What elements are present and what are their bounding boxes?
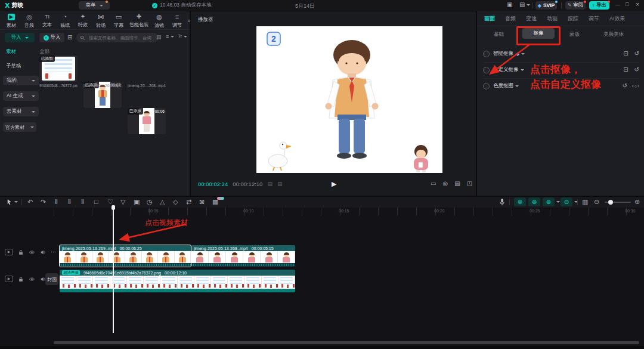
- subtab-keying[interactable]: 抠像: [522, 28, 555, 39]
- window-maximize-button[interactable]: □: [626, 2, 628, 7]
- record-voiceover-button[interactable]: [499, 198, 506, 206]
- grid-view-icon[interactable]: ⊞: [67, 35, 72, 41]
- toolbar-tab-caption[interactable]: ▭ 字幕: [110, 14, 128, 29]
- toolbar-tab-audio[interactable]: ◎ 音频: [20, 14, 38, 29]
- toolbar-tab-sticker[interactable]: ◔ 贴纸: [56, 14, 74, 29]
- import-dropdown[interactable]: 导入: [5, 33, 35, 42]
- timeline-zoom-in-icon[interactable]: ⊕: [634, 199, 640, 205]
- keyframe-icon[interactable]: ⊡: [623, 51, 628, 57]
- chroma-key-toggle[interactable]: [483, 83, 490, 89]
- toolbar-tab-transition[interactable]: ⋈ 转场: [92, 14, 110, 29]
- split-icon[interactable]: Ⅱ: [55, 199, 58, 205]
- timeline-clip-video-268[interactable]: jimeng-2025-05-13-268-.mp4 00:00:05:15: [191, 245, 295, 267]
- playhead[interactable]: [113, 206, 114, 333]
- mirror-preview-icon[interactable]: ▭: [431, 181, 436, 187]
- preview-canvas[interactable]: 2: [256, 26, 442, 173]
- replace-icon[interactable]: ⇄: [186, 199, 191, 205]
- next-keyframe-icon[interactable]: ›: [637, 84, 639, 89]
- sidebar-item-material[interactable]: 素材: [6, 48, 16, 55]
- tab-adjust[interactable]: 调节: [589, 15, 599, 23]
- tr-filter-button[interactable]: Tr: [178, 34, 187, 39]
- timeline-zoom-slider[interactable]: [605, 202, 631, 203]
- smart-keying-toggle[interactable]: [483, 51, 490, 57]
- playhead-handle[interactable]: [112, 205, 115, 210]
- rotate-icon[interactable]: ◇: [173, 199, 178, 205]
- preview-quality-icon[interactable]: ▤: [267, 181, 273, 187]
- timeline-zoom-out-icon[interactable]: ⊖: [594, 199, 599, 205]
- subtab-mask[interactable]: 蒙版: [569, 31, 580, 38]
- speaker-icon[interactable]: [40, 249, 46, 255]
- media-item-png[interactable]: 已添加: [39, 55, 78, 82]
- reset-icon[interactable]: ↺: [634, 67, 639, 73]
- custom-keying-toggle[interactable]: [483, 67, 490, 73]
- filter-all-label[interactable]: 全部: [39, 48, 49, 55]
- horizontal-scrollbar[interactable]: [54, 341, 639, 344]
- time-ruler[interactable]: 00:05 00:10 00:15 00:20 00:25 00:30: [54, 208, 644, 215]
- fullscreen-icon[interactable]: ◳: [467, 181, 472, 187]
- sidebar-item-official[interactable]: 官方素材: [3, 122, 36, 132]
- crop-icon[interactable]: ▣: [134, 199, 140, 205]
- reset-icon[interactable]: ↺: [622, 83, 627, 89]
- speed-icon[interactable]: ◷: [147, 199, 153, 205]
- preview-axis-toggle[interactable]: ⊛: [528, 197, 540, 206]
- redo-icon[interactable]: ↷: [41, 199, 46, 205]
- focus-icon[interactable]: ◎: [442, 181, 448, 187]
- sidebar-item-mine[interactable]: 我的: [3, 76, 39, 85]
- timeline-clip-video-269[interactable]: jimeng-2025-05-13-269-.mp4 00:00:06:25: [60, 245, 191, 267]
- sort-button[interactable]: ≡: [166, 34, 174, 39]
- select-right-icon[interactable]: Ⅱ: [81, 199, 84, 205]
- select-tool-button[interactable]: [6, 199, 18, 205]
- lock-icon[interactable]: [18, 276, 24, 282]
- preview-grid-icon[interactable]: ▤: [277, 181, 283, 187]
- toolbar-tab-text[interactable]: TI 文本: [38, 14, 56, 28]
- keyframe-icon[interactable]: ⊡: [623, 67, 628, 73]
- chroma-key-label[interactable]: 色度抠图: [493, 82, 513, 89]
- subtab-basic[interactable]: 基础: [494, 31, 504, 38]
- layout-switch-button[interactable]: ▤: [519, 2, 530, 8]
- linkage-toggle[interactable]: ⊚: [543, 197, 560, 206]
- prev-keyframe-icon[interactable]: ‹: [632, 84, 634, 89]
- undo-icon[interactable]: ↶: [27, 199, 33, 205]
- window-close-button[interactable]: ×: [636, 1, 639, 8]
- mask-icon[interactable]: ♡: [107, 199, 113, 205]
- keyframe-dot-icon[interactable]: ○: [634, 84, 637, 88]
- eye-icon[interactable]: [29, 276, 35, 282]
- tab-speed[interactable]: 变速: [526, 15, 537, 23]
- layout-grid-icon[interactable]: ▣: [507, 2, 512, 8]
- sidebar-item-ai-generate[interactable]: AI 生成: [3, 91, 39, 101]
- screen-adapt-icon[interactable]: ▥: [582, 199, 588, 205]
- import-button[interactable]: + 导入: [39, 33, 64, 42]
- tab-animation[interactable]: 动画: [547, 15, 558, 23]
- sidebar-item-cloud[interactable]: 云素材: [3, 107, 39, 116]
- search-box[interactable]: [76, 33, 159, 42]
- view-mode-icon[interactable]: ▤: [156, 35, 162, 40]
- zoom-slider-knob[interactable]: [608, 200, 613, 205]
- snap-toggle[interactable]: ⊜: [514, 197, 526, 206]
- more-icon[interactable]: ⋯: [51, 249, 56, 255]
- lock-icon[interactable]: [18, 249, 24, 255]
- tab-ai-effects[interactable]: AI效果: [609, 15, 626, 23]
- toolbar-tab-smart-pack[interactable]: ✚ 智能包装: [128, 14, 150, 28]
- custom-keying-label[interactable]: 自定义抠像: [493, 66, 519, 73]
- tab-picture[interactable]: 画面: [484, 15, 495, 23]
- extract-audio-icon[interactable]: ⊠: [199, 199, 205, 205]
- tab-audio[interactable]: 音频: [505, 15, 516, 23]
- prev-next-keyframe-group[interactable]: ‹ ○ ›: [632, 84, 639, 89]
- search-input[interactable]: [88, 35, 155, 41]
- toolbar-tab-media[interactable]: ▶ 素材: [2, 14, 20, 29]
- cover-button[interactable]: 封面: [45, 273, 58, 285]
- menu-button[interactable]: 菜单: [79, 1, 110, 10]
- timeline-clip-png[interactable]: 超清画质 9f46605d8c70491e6915bf4b2a76372.png…: [60, 270, 295, 292]
- mirror-icon[interactable]: △: [160, 199, 165, 205]
- play-button[interactable]: ▶: [332, 180, 336, 188]
- ratio-icon[interactable]: ▤: [454, 181, 460, 187]
- toolbar-tab-filter[interactable]: ◍ 滤镜: [150, 14, 168, 29]
- svip-button[interactable]: ◆ SVIP: [535, 1, 557, 10]
- auto-magnet-toggle[interactable]: ⊝: [561, 197, 578, 206]
- window-minimize-button[interactable]: —: [615, 2, 620, 7]
- subtab-beauty[interactable]: 美颜美体: [603, 31, 624, 38]
- smart-keying-label[interactable]: 智能抠像: [493, 50, 513, 57]
- eye-icon[interactable]: [29, 249, 35, 255]
- toolbar-tab-adjust[interactable]: ≡ 调节: [168, 14, 186, 29]
- select-left-icon[interactable]: Ⅱ: [68, 199, 71, 205]
